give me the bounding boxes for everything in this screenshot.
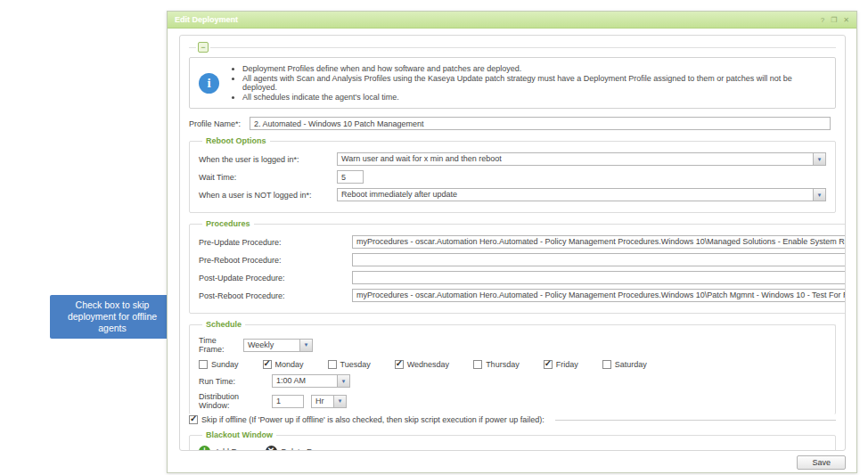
procedures-section: Procedures Pre-Update Procedure: myProce… <box>189 219 846 314</box>
blackout-toolbar: + Add Row ✕ Delete Row <box>199 446 826 451</box>
pre-reboot-label: Pre-Reboot Procedure: <box>199 256 352 265</box>
dialog-body: − i Deployment Profiles define when and … <box>168 29 856 472</box>
day-friday: Friday <box>544 360 578 369</box>
tuesday-label: Tuesday <box>340 360 371 369</box>
wait-time-input[interactable] <box>337 170 364 184</box>
pre-update-value: myProcedures - oscar.Automation Hero.Aut… <box>353 236 846 248</box>
blackout-window-legend: Blackout Window <box>202 430 276 439</box>
dialog-titlebar: Edit Deployment ? ❐ ✕ <box>168 12 856 29</box>
run-time-select[interactable]: 1:00 AM ▼ <box>272 374 350 388</box>
friday-label: Friday <box>556 360 578 369</box>
saturday-checkbox[interactable] <box>602 360 611 369</box>
close-icon[interactable]: ✕ <box>843 16 849 24</box>
chevron-down-icon[interactable]: ▼ <box>333 396 346 407</box>
pre-reboot-row: Pre-Reboot Procedure: ▼ <box>199 253 846 266</box>
distribution-window-row: Distribution Window: Hr ▼ <box>199 392 826 410</box>
time-frame-value: Weekly <box>244 340 299 351</box>
profile-name-label: Profile Name*: <box>189 119 250 128</box>
not-logged-in-label: When a user is NOT logged in*: <box>199 191 337 200</box>
skip-offline-checkbox[interactable] <box>189 415 198 424</box>
dialog-content: − i Deployment Profiles define when and … <box>179 35 846 451</box>
monday-label: Monday <box>275 360 304 369</box>
info-bullet-list: Deployment Profiles define when and how … <box>242 63 826 102</box>
thursday-checkbox[interactable] <box>473 360 482 369</box>
info-bullet: All schedules indicate the agent's local… <box>242 93 826 102</box>
profile-name-row: Profile Name*: <box>189 117 836 130</box>
wait-time-label: Wait Time: <box>199 173 337 182</box>
tuesday-checkbox[interactable] <box>328 360 337 369</box>
info-box: i Deployment Profiles define when and ho… <box>189 57 836 109</box>
page: Check box to skip deployment for offline… <box>0 0 868 475</box>
distribution-unit-select[interactable]: Hr ▼ <box>311 395 347 408</box>
add-icon: + <box>199 446 210 451</box>
time-frame-label: Time Frame: <box>199 336 243 354</box>
wednesday-checkbox[interactable] <box>395 360 404 369</box>
distribution-window-label: Distribution Window: <box>199 392 272 410</box>
saturday-label: Saturday <box>615 360 647 369</box>
day-tuesday: Tuesday <box>328 360 371 369</box>
run-time-label: Run Time: <box>199 377 272 386</box>
add-row-button[interactable]: + Add Row <box>199 446 248 451</box>
day-thursday: Thursday <box>473 360 520 369</box>
time-frame-select[interactable]: Weekly ▼ <box>243 339 313 352</box>
edit-deployment-dialog: Edit Deployment ? ❐ ✕ − i Deploy <box>167 11 857 473</box>
wait-time-row: Wait Time: <box>199 170 826 184</box>
post-update-select[interactable]: ▼ <box>352 271 846 284</box>
day-saturday: Saturday <box>602 360 647 369</box>
wednesday-label: Wednesday <box>407 360 449 369</box>
help-icon[interactable]: ? <box>821 16 824 24</box>
chevron-down-icon[interactable]: ▼ <box>299 340 312 351</box>
day-sunday: Sunday <box>199 360 239 369</box>
chevron-down-icon[interactable]: ▼ <box>813 153 825 165</box>
day-monday: Monday <box>263 360 304 369</box>
not-logged-in-select[interactable]: Reboot immediately after update ▼ <box>337 188 826 201</box>
dialog-footer: Save <box>797 455 846 470</box>
info-bullet: All agents with Scan and Analysis Profil… <box>242 74 826 92</box>
logged-in-label: When the user is logged in*: <box>199 155 337 164</box>
distribution-unit-value: Hr <box>312 396 333 407</box>
post-reboot-row: Post-Reboot Procedure: myProcedures - os… <box>199 289 846 302</box>
run-time-row: Run Time: 1:00 AM ▼ <box>199 374 826 388</box>
pre-reboot-select[interactable]: ▼ <box>352 253 846 266</box>
logged-in-select[interactable]: Warn user and wait for x min and then re… <box>337 152 826 166</box>
add-row-label: Add Row <box>215 447 248 452</box>
distribution-window-input[interactable] <box>272 395 304 408</box>
skip-offline-row: Skip if offline (If 'Power up if offline… <box>189 415 836 424</box>
post-reboot-select[interactable]: myProcedures - oscar.Automation Hero.Aut… <box>352 289 846 302</box>
popout-icon[interactable]: ❐ <box>831 16 837 24</box>
sunday-checkbox[interactable] <box>199 360 208 369</box>
not-logged-in-row: When a user is NOT logged in*: Reboot im… <box>199 188 826 201</box>
monday-checkbox[interactable] <box>263 360 272 369</box>
save-button[interactable]: Save <box>797 455 846 470</box>
friday-checkbox[interactable] <box>544 360 553 369</box>
dialog-title: Edit Deployment <box>175 15 238 24</box>
chevron-down-icon[interactable]: ▼ <box>813 189 825 201</box>
day-wednesday: Wednesday <box>395 360 449 369</box>
delete-icon: ✕ <box>266 446 277 451</box>
skip-offline-label: Skip if offline (If 'Power up if offline… <box>201 415 545 424</box>
reboot-options-legend: Reboot Options <box>202 136 270 145</box>
collapse-line-right <box>210 47 836 48</box>
collapse-line-left <box>189 47 196 48</box>
delete-row-button[interactable]: ✕ Delete Row <box>266 446 323 451</box>
chevron-down-icon[interactable]: ▼ <box>337 375 349 387</box>
profile-name-input[interactable] <box>250 117 831 130</box>
weekday-checkbox-row: Sunday Monday Tuesday Wednesday <box>199 360 826 369</box>
time-frame-row: Time Frame: Weekly ▼ <box>199 336 826 354</box>
pre-update-label: Pre-Update Procedure: <box>199 238 352 247</box>
callout-annotation: Check box to skip deployment for offline… <box>50 295 175 339</box>
post-update-value <box>353 272 846 283</box>
pre-update-select[interactable]: myProcedures - oscar.Automation Hero.Aut… <box>352 235 846 249</box>
pre-reboot-value <box>353 254 846 266</box>
window-controls: ? ❐ ✕ <box>821 16 849 24</box>
skip-offline-divider <box>555 420 836 421</box>
post-reboot-value: myProcedures - oscar.Automation Hero.Aut… <box>353 290 846 301</box>
schedule-section: Schedule Time Frame: Weekly ▼ Sunday <box>189 320 836 414</box>
pre-update-row: Pre-Update Procedure: myProcedures - osc… <box>199 235 846 249</box>
collapse-button[interactable]: − <box>198 42 209 53</box>
sunday-label: Sunday <box>211 360 239 369</box>
delete-row-label: Delete Row <box>282 447 323 452</box>
schedule-legend: Schedule <box>202 320 245 329</box>
post-update-row: Post-Update Procedure: ▼ <box>199 271 846 284</box>
post-reboot-label: Post-Reboot Procedure: <box>199 291 352 300</box>
